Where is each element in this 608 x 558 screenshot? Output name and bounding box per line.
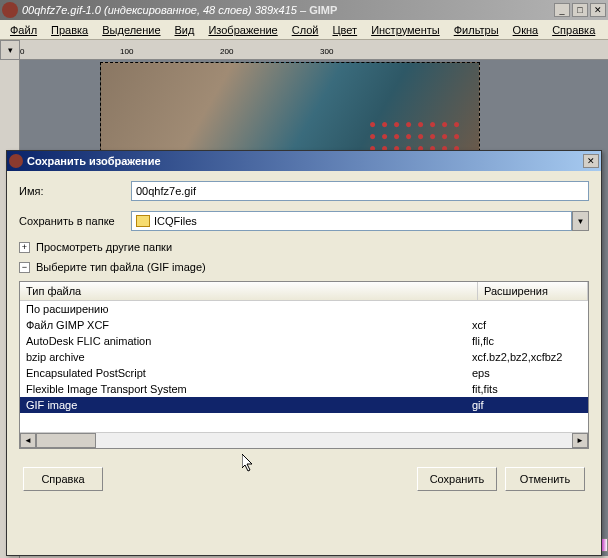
maximize-button[interactable]: □ [572, 3, 588, 17]
col-ext[interactable]: Расширения [478, 282, 588, 300]
menu-view[interactable]: Вид [169, 22, 201, 38]
cell-type: bzip archive [26, 351, 472, 363]
cell-type: Файл GIMP XCF [26, 319, 472, 331]
table-row[interactable]: GIF imagegif [20, 397, 588, 413]
table-row[interactable]: AutoDesk FLIC animationfli,flc [20, 333, 588, 349]
menu-windows[interactable]: Окна [507, 22, 545, 38]
folder-label: Сохранить в папке [19, 215, 131, 227]
ruler-horizontal[interactable]: 0 100 200 300 [20, 40, 608, 60]
cell-ext: xcf [472, 319, 582, 331]
cell-type: GIF image [26, 399, 472, 411]
table-body: По расширениюФайл GIMP XCFxcfAutoDesk FL… [20, 301, 588, 432]
titlebar-text: 00qhfz7e.gif-1.0 (индексированное, 48 сл… [22, 4, 554, 16]
table-row[interactable]: Файл GIMP XCFxcf [20, 317, 588, 333]
dialog-close-button[interactable]: ✕ [583, 154, 599, 168]
menu-file[interactable]: Файл [4, 22, 43, 38]
folder-combo[interactable]: ICQFiles [131, 211, 572, 231]
folder-icon [136, 215, 150, 227]
plus-icon: + [19, 242, 30, 253]
menu-image[interactable]: Изображение [202, 22, 283, 38]
table-header: Тип файла Расширения [20, 282, 588, 301]
ruler-corner[interactable]: ▾ [0, 40, 20, 60]
cancel-button[interactable]: Отменить [505, 467, 585, 491]
dialog-title: Сохранить изображение [27, 155, 583, 167]
cell-ext: fli,flc [472, 335, 582, 347]
cell-type: Flexible Image Transport System [26, 383, 472, 395]
folder-value: ICQFiles [154, 215, 197, 227]
minus-icon: − [19, 262, 30, 273]
save-button[interactable]: Сохранить [417, 467, 497, 491]
cell-type: По расширению [26, 303, 472, 315]
filetype-label: Выберите тип файла (GIF image) [36, 261, 206, 273]
dialog-titlebar[interactable]: Сохранить изображение ✕ [7, 151, 601, 171]
scrollbar-h: ◄ ► [20, 432, 588, 448]
cell-ext: eps [472, 367, 582, 379]
cell-ext: fit,fits [472, 383, 582, 395]
close-button[interactable]: ✕ [590, 3, 606, 17]
browse-label: Просмотреть другие папки [36, 241, 172, 253]
cell-type: Encapsulated PostScript [26, 367, 472, 379]
menu-select[interactable]: Выделение [96, 22, 166, 38]
scroll-thumb[interactable] [36, 433, 96, 448]
filename-input[interactable] [131, 181, 589, 201]
menu-edit[interactable]: Правка [45, 22, 94, 38]
cell-ext: xcf.bz2,bz2,xcfbz2 [472, 351, 582, 363]
scroll-track[interactable] [96, 433, 572, 448]
filename-label: Имя: [19, 185, 131, 197]
table-row[interactable]: Flexible Image Transport Systemfit,fits [20, 381, 588, 397]
table-row[interactable]: bzip archivexcf.bz2,bz2,xcfbz2 [20, 349, 588, 365]
browse-expander[interactable]: + Просмотреть другие папки [19, 241, 589, 253]
cell-ext [472, 303, 582, 315]
cell-type: AutoDesk FLIC animation [26, 335, 472, 347]
menu-color[interactable]: Цвет [326, 22, 363, 38]
col-type[interactable]: Тип файла [20, 282, 478, 300]
main-titlebar: 00qhfz7e.gif-1.0 (индексированное, 48 сл… [0, 0, 608, 20]
filetype-table: Тип файла Расширения По расширениюФайл G… [19, 281, 589, 449]
help-button[interactable]: Справка [23, 467, 103, 491]
menubar: Файл Правка Выделение Вид Изображение Сл… [0, 20, 608, 40]
menu-filters[interactable]: Фильтры [448, 22, 505, 38]
menu-layer[interactable]: Слой [286, 22, 325, 38]
menu-help[interactable]: Справка [546, 22, 601, 38]
scroll-right-button[interactable]: ► [572, 433, 588, 448]
minimize-button[interactable]: _ [554, 3, 570, 17]
dialog-icon [9, 154, 23, 168]
table-row[interactable]: По расширению [20, 301, 588, 317]
menu-tools[interactable]: Инструменты [365, 22, 446, 38]
app-icon [2, 2, 18, 18]
scroll-left-button[interactable]: ◄ [20, 433, 36, 448]
cell-ext: gif [472, 399, 582, 411]
table-row[interactable]: Encapsulated PostScripteps [20, 365, 588, 381]
folder-dropdown-button[interactable]: ▼ [572, 211, 589, 231]
filetype-expander[interactable]: − Выберите тип файла (GIF image) [19, 261, 589, 273]
save-dialog: Сохранить изображение ✕ Имя: Сохранить в… [6, 150, 602, 556]
